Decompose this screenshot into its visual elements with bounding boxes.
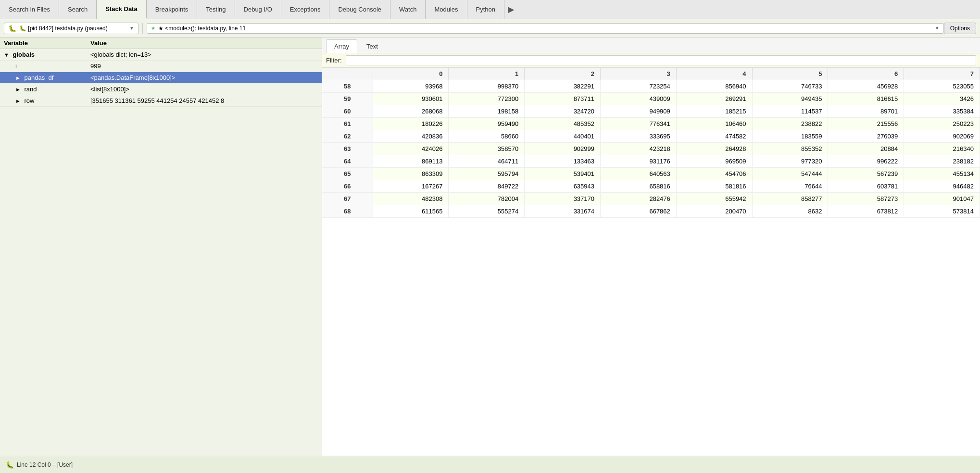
table-row[interactable]: ► row [351655 311361 59255 441254 24557 … [0,95,322,107]
tab-debug-io[interactable]: Debug I/O [235,0,281,19]
cell-col-5: 746733 [752,80,828,93]
col-header-3: 3 [601,68,677,80]
table-row[interactable]: 6118022695949048535277634110646023882221… [322,118,980,130]
cell-col-5: 238822 [752,118,828,130]
cell-col-6: 456928 [828,80,904,93]
cell-col-6: 276039 [828,130,904,143]
cell-col-0: 863309 [373,168,449,180]
cell-col-2: 485352 [525,118,601,130]
cell-col-7: 573814 [904,205,980,218]
cell-col-3: 949909 [601,105,677,118]
cell-col-4: 185215 [676,105,752,118]
cell-col-6: 215556 [828,118,904,130]
tab-text[interactable]: Text [358,39,386,53]
col-header-2: 2 [525,68,601,80]
var-name-row: ► row [0,95,87,107]
filter-input[interactable] [346,55,977,65]
table-row-selected[interactable]: ► pandas_df <pandas.DataFrame[8x1000]> [0,72,322,84]
table-row[interactable]: 6616726784972263594365881658181676644603… [322,180,980,193]
col-header-4: 4 [676,68,752,80]
cell-col-0: 611565 [373,205,449,218]
var-name-rand: ► rand [0,84,87,95]
cell-col-3: 333695 [601,130,677,143]
table-row[interactable]: i 999 [0,61,322,72]
var-label: globals [13,51,35,58]
tab-breakpoints[interactable]: Breakpoints [147,0,198,19]
tab-search-in-files[interactable]: Search in Files [0,0,59,19]
frame-label: ★ <module>(): testdata.py, line 11 [158,25,246,32]
row-index: 58 [322,80,373,93]
tab-python[interactable]: Python [467,0,504,19]
var-name-globals: ▼ globals [0,49,87,61]
table-row[interactable]: 6586330959579453940164056345470654744456… [322,168,980,180]
expand-icon: ▼ [4,52,9,58]
var-value-pandas-df: <pandas.DataFrame[8x1000]> [87,72,322,84]
cell-col-7: 3426 [904,93,980,105]
tab-overflow-button[interactable]: ▶ [504,0,518,19]
table-row[interactable]: 6861156555527433167466786220047086326738… [322,205,980,218]
status-bug-icon: 🐛 [6,461,14,469]
options-button[interactable]: Options [944,23,976,34]
table-row[interactable]: 6342402635857090299942321826492885535220… [322,143,980,155]
cell-col-6: 567239 [828,168,904,180]
cell-col-5: 76644 [752,180,828,193]
cell-col-3: 640563 [601,168,677,180]
cell-col-5: 547444 [752,168,828,180]
tab-testing[interactable]: Testing [197,0,235,19]
left-panel: Variable Value ▼ globals <globals dict; … [0,37,322,456]
status-bar: 🐛 Line 12 Col 0 – [User] [0,456,980,473]
col-header-0: 0 [373,68,449,80]
cell-col-2: 337170 [525,193,601,205]
cell-col-7: 335384 [904,105,980,118]
col-header-7: 7 [904,68,980,80]
tab-modules[interactable]: Modules [426,0,467,19]
table-row[interactable]: 5893968998370382291723254856940746733456… [322,80,980,93]
col-header-value: Value [87,37,322,49]
cell-col-6: 587273 [828,193,904,205]
row-index: 66 [322,180,373,193]
table-row[interactable]: ► rand <list[8x1000]> [0,84,322,95]
cell-col-5: 855352 [752,143,828,155]
var-name-i: i [0,61,87,72]
frame-select[interactable]: ★ ★ <module>(): testdata.py, line 11 ▼ [147,23,944,34]
table-row[interactable]: 6748230878200433717028247665594285827758… [322,193,980,205]
debugger-select[interactable]: 🐛 🐛 [pid 8442] testdata.py (paused) ▼ [4,23,138,34]
cell-col-4: 454706 [676,168,752,180]
expand-icon: ► [15,75,21,81]
tab-stack-data[interactable]: Stack Data [97,0,146,19]
cell-col-4: 474582 [676,130,752,143]
table-row[interactable]: 6242083658660440401333695474582183559276… [322,130,980,143]
cell-col-4: 106460 [676,118,752,130]
filter-label: Filter: [326,57,342,64]
cell-col-0: 167267 [373,180,449,193]
variable-table: Variable Value ▼ globals <globals dict; … [0,37,322,107]
table-row[interactable]: 6026806819815832472094990918521511453789… [322,105,980,118]
table-header-row: 0 1 2 3 4 5 6 7 [322,68,980,80]
table-row[interactable]: 6486911346471113346393117696950997732099… [322,155,980,168]
tab-exceptions[interactable]: Exceptions [281,0,330,19]
tab-search[interactable]: Search [59,0,97,19]
tab-debug-console[interactable]: Debug Console [329,0,390,19]
cell-col-4: 655942 [676,193,752,205]
cell-col-1: 595794 [449,168,525,180]
cell-col-0: 424026 [373,143,449,155]
cell-col-4: 200470 [676,205,752,218]
cell-col-1: 358570 [449,143,525,155]
cell-col-3: 282476 [601,193,677,205]
table-row[interactable]: 5993060177230087371143900926929194943581… [322,93,980,105]
cell-col-5: 858277 [752,193,828,205]
cell-col-6: 996222 [828,155,904,168]
data-table-container[interactable]: 0 1 2 3 4 5 6 7 589396899837038229172325… [322,68,980,456]
cell-col-1: 959490 [449,118,525,130]
frame-chevron-icon: ▼ [935,25,940,31]
cell-col-0: 869113 [373,155,449,168]
cell-col-7: 455134 [904,168,980,180]
cell-col-3: 423218 [601,143,677,155]
cell-col-0: 180226 [373,118,449,130]
row-index: 67 [322,193,373,205]
tab-watch[interactable]: Watch [390,0,426,19]
cell-col-2: 133463 [525,155,601,168]
table-row[interactable]: ▼ globals <globals dict; len=13> [0,49,322,61]
tab-array[interactable]: Array [326,39,357,53]
filter-row: Filter: [322,53,980,68]
